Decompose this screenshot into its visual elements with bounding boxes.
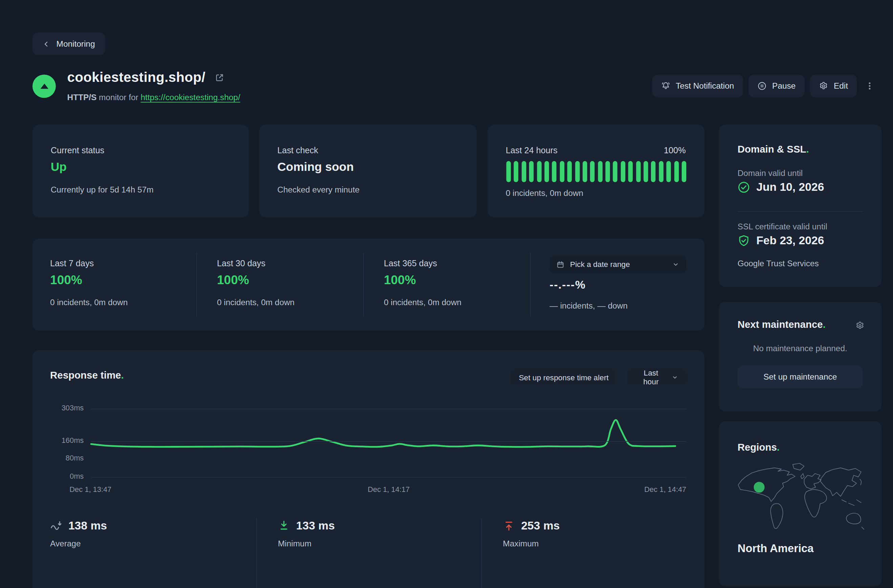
last-check-card: Last check Coming soon Checked every min… (259, 124, 477, 217)
divider (196, 253, 197, 316)
last-24h-card: Last 24 hours 100% 0 incidents, 0m down (487, 124, 704, 217)
uptime-bar (598, 161, 602, 182)
regions-card: Regions. North America (719, 421, 881, 586)
setup-maintenance-button[interactable]: Set up maintenance (738, 365, 863, 388)
maximum-stat: 253 ms Maximum (503, 519, 560, 548)
test-notification-button[interactable]: Test Notification (652, 74, 743, 97)
breadcrumb-monitoring-button[interactable]: Monitoring (33, 33, 105, 55)
uptime-bar (559, 161, 564, 182)
last-check-label: Last check (277, 145, 318, 155)
region-marker (754, 482, 765, 493)
edit-button[interactable]: Edit (810, 74, 857, 97)
uptime-bar (522, 161, 526, 182)
bell-icon (661, 81, 670, 91)
uptime-bar (537, 161, 541, 182)
last-24h-percent: 100% (664, 145, 686, 155)
world-map (736, 461, 864, 534)
date-range-picker[interactable]: Pick a date range (550, 255, 687, 273)
check-frequency: Checked every minute (277, 185, 359, 194)
y-axis-label: 80ms (39, 454, 84, 462)
uptime-bar (674, 161, 678, 182)
min-arrow-down-icon (278, 520, 290, 531)
minimum-value: 133 ms (296, 519, 335, 532)
x-axis-label: Dec 1, 14:17 (368, 485, 410, 493)
y-axis-label: 0ms (39, 472, 84, 480)
uptime-bar (682, 161, 686, 182)
maximum-value: 253 ms (521, 519, 559, 532)
uptime-bar (636, 161, 640, 182)
average-stat: 138 ms Average (50, 519, 107, 548)
setup-response-alert-button[interactable]: Set up response time alert (511, 368, 616, 387)
protocol-label: HTTP/S (68, 93, 97, 102)
uptime-bar (583, 161, 587, 182)
gear-icon (819, 81, 828, 91)
uptime-bar (575, 161, 579, 182)
average-value: 138 ms (68, 519, 107, 532)
current-status-label: Current status (51, 145, 105, 155)
response-time-title: Response time. (50, 369, 124, 381)
more-options-button[interactable] (862, 74, 877, 97)
average-icon (50, 520, 62, 531)
uptime-bar (621, 161, 625, 182)
page-title: cookiestesting.shop/ (68, 69, 206, 85)
external-link-icon[interactable] (215, 73, 224, 82)
kebab-menu-icon (865, 81, 874, 91)
chevron-down-icon (672, 261, 680, 268)
domain-valid-date: Jun 10, 2026 (756, 180, 824, 194)
current-status-card: Current status Up Currently up for 5d 14… (33, 124, 249, 217)
next-maintenance-title: Next maintenance. (738, 319, 825, 330)
divider (738, 211, 863, 212)
regions-title: Regions. (738, 442, 780, 454)
last-24h-label: Last 24 hours (506, 145, 558, 155)
last-24h-incidents: 0 incidents, 0m down (506, 189, 583, 198)
uptime-bar (613, 161, 618, 182)
region-name: North America (738, 542, 814, 555)
uptime-bar (606, 161, 610, 182)
y-axis-label: 160ms (39, 436, 84, 444)
last-check-value: Coming soon (277, 160, 354, 174)
maintenance-settings-button[interactable] (854, 320, 866, 332)
divider (530, 253, 531, 316)
calendar-icon (556, 261, 565, 268)
uptime-stats-card: Last 7 days 100% 0 incidents, 0m down La… (33, 238, 704, 331)
minimum-stat: 133 ms Minimum (278, 519, 335, 548)
uptime-bar (643, 161, 648, 182)
uptime-bar (529, 161, 534, 182)
gridline (91, 409, 686, 410)
x-axis-label: Dec 1, 14:47 (644, 485, 686, 493)
ssl-valid-row: Feb 23, 2026 (738, 234, 824, 247)
response-time-chart (91, 399, 686, 481)
ssl-valid-label: SSL certificate valid until (738, 222, 827, 231)
domain-ssl-title: Domain & SSL. (738, 144, 809, 155)
breadcrumb-label: Monitoring (57, 39, 95, 48)
monitor-url-link[interactable]: https://cookiestesting.shop/ (140, 93, 240, 102)
uptime-bar (666, 161, 671, 182)
gear-icon (855, 321, 864, 330)
uptime-bar (507, 161, 511, 182)
current-status-duration: Currently up for 5d 14h 57m (51, 185, 154, 194)
max-arrow-up-icon (503, 520, 515, 531)
current-status-value: Up (51, 160, 67, 174)
uptime-bar (659, 161, 663, 182)
uptime-bar (651, 161, 656, 182)
uptime-bar (590, 161, 594, 182)
uptime-bars (507, 161, 687, 182)
response-time-card: Response time. Set up response time aler… (33, 350, 704, 588)
no-maintenance-text: No maintenance planned. (719, 344, 881, 353)
divider (256, 518, 257, 588)
maximum-label: Maximum (503, 539, 560, 548)
gridline (91, 441, 686, 441)
pause-icon (757, 81, 767, 91)
up-triangle-icon (40, 84, 48, 88)
uptime-bar (544, 161, 549, 182)
header-actions: Test Notification Pause Edit (652, 74, 877, 97)
y-axis-label: 303ms (39, 404, 84, 412)
domain-valid-label: Domain valid until (738, 168, 803, 178)
pause-button[interactable]: Pause (748, 74, 805, 97)
shield-check-icon (738, 234, 750, 247)
minimum-label: Minimum (278, 539, 335, 548)
chart-range-dropdown[interactable]: Last hour (628, 368, 686, 387)
custom-range-incidents: — incidents, — down (550, 301, 628, 310)
uptime-bar (552, 161, 556, 182)
divider (363, 253, 364, 316)
